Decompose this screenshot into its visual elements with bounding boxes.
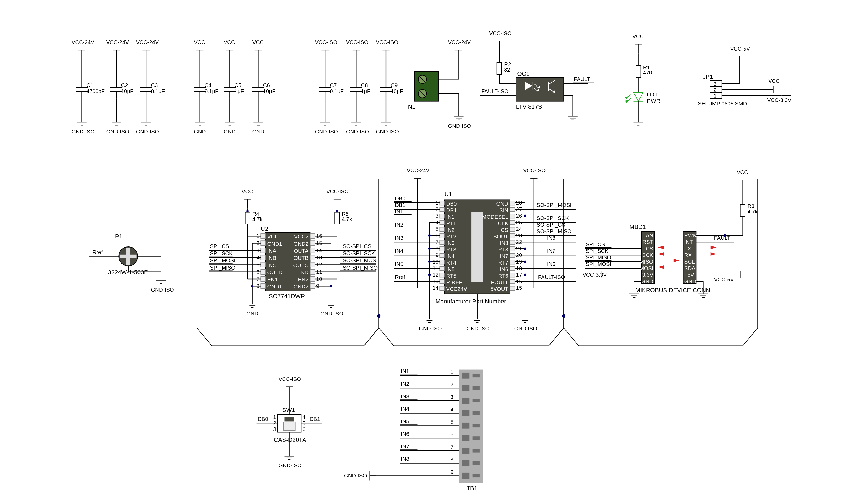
svg-text:C6: C6 xyxy=(263,82,270,88)
svg-text:GND-ISO: GND-ISO xyxy=(315,129,338,134)
svg-text:C5: C5 xyxy=(235,82,241,88)
cap-c2: VCC-24V C2 10µF GND-ISO xyxy=(106,39,133,134)
svg-text:IN3: IN3 xyxy=(401,393,409,399)
svg-text:GND: GND xyxy=(684,278,696,284)
svg-text:DB0: DB0 xyxy=(446,201,457,207)
svg-text:EN2: EN2 xyxy=(298,277,309,282)
svg-text:5VOUT: 5VOUT xyxy=(491,286,509,292)
svg-rect-293 xyxy=(440,227,444,231)
svg-text:MIKROBUS DEVICE CONN: MIKROBUS DEVICE CONN xyxy=(635,287,710,293)
svg-text:SDA: SDA xyxy=(684,265,695,271)
svg-rect-67 xyxy=(414,72,439,101)
svg-text:FAULT-ISO: FAULT-ISO xyxy=(538,274,565,280)
svg-text:GND: GND xyxy=(194,129,206,134)
svg-text:ISO-SPI_SCK: ISO-SPI_SCK xyxy=(341,250,375,256)
svg-rect-159 xyxy=(261,277,265,281)
svg-text:VCC-24V: VCC-24V xyxy=(106,39,129,45)
svg-text:P1: P1 xyxy=(115,233,123,240)
svg-text:DB1: DB1 xyxy=(395,202,405,208)
svg-text:VCC-ISO: VCC-ISO xyxy=(279,376,301,382)
svg-text:3: 3 xyxy=(450,394,453,400)
svg-rect-503 xyxy=(462,398,469,403)
svg-point-389 xyxy=(524,274,526,276)
svg-text:IN5: IN5 xyxy=(401,418,409,424)
svg-text:DB1: DB1 xyxy=(446,207,457,213)
svg-text:VCC: VCC xyxy=(253,39,264,45)
svg-text:4.7k: 4.7k xyxy=(342,216,352,222)
cap-c9: VCC-ISO C9 10µF GND-ISO xyxy=(376,39,403,134)
svg-text:VCC-ISO: VCC-ISO xyxy=(523,167,546,173)
svg-text:MOSI: MOSI xyxy=(640,265,653,271)
svg-marker-111 xyxy=(633,92,643,101)
svg-text:GND: GND xyxy=(224,129,236,134)
svg-rect-299 xyxy=(440,247,444,251)
svg-marker-444 xyxy=(710,246,717,249)
svg-text:VCC-3.3V: VCC-3.3V xyxy=(583,272,607,278)
svg-point-206 xyxy=(246,210,249,212)
svg-text:RT1: RT1 xyxy=(446,220,456,226)
svg-text:GND-ISO: GND-ISO xyxy=(136,129,159,134)
svg-rect-515 xyxy=(462,473,469,479)
svg-text:EN1: EN1 xyxy=(267,277,278,282)
svg-text:0.1µF: 0.1µF xyxy=(205,88,219,94)
svg-text:TX: TX xyxy=(684,245,691,251)
svg-rect-508 xyxy=(473,424,480,428)
svg-text:4: 4 xyxy=(450,406,453,413)
svg-text:IND: IND xyxy=(299,269,308,275)
svg-text:ISO-SPI_MOSI: ISO-SPI_MOSI xyxy=(535,202,572,208)
svg-text:SPI_CS: SPI_CS xyxy=(586,241,605,248)
svg-text:IN2: IN2 xyxy=(446,227,455,233)
svg-text:SPI_MISO: SPI_MISO xyxy=(586,254,611,261)
svg-text:1: 1 xyxy=(273,414,276,420)
svg-rect-301 xyxy=(440,253,444,258)
svg-text:C2: C2 xyxy=(121,82,128,88)
svg-text:VCC: VCC xyxy=(632,33,644,39)
svg-text:INT: INT xyxy=(684,239,693,245)
svg-text:6: 6 xyxy=(450,431,453,437)
svg-rect-499 xyxy=(462,373,469,379)
svg-rect-303 xyxy=(440,260,444,264)
svg-text:IN2: IN2 xyxy=(395,222,403,228)
svg-text:IN4: IN4 xyxy=(395,248,403,254)
svg-text:C3: C3 xyxy=(151,82,158,88)
svg-marker-445 xyxy=(710,252,717,256)
svg-text:OUTA: OUTA xyxy=(294,248,309,254)
svg-text:GND: GND xyxy=(641,278,653,284)
svg-text:10µF: 10µF xyxy=(121,88,133,94)
terminal-block-tb1: TB1 1IN1 2IN2 3IN3 4IN4 5IN5 6IN6 7IN7 8… xyxy=(344,368,483,491)
svg-rect-505 xyxy=(462,410,469,416)
svg-text:1: 1 xyxy=(450,369,453,375)
svg-text:8: 8 xyxy=(450,456,453,462)
svg-text:VCC24V: VCC24V xyxy=(446,286,467,292)
potentiometer-p1: P1 3224W-1-503E Rref GND-ISO xyxy=(90,233,174,292)
svg-text:GND2: GND2 xyxy=(294,241,309,247)
svg-rect-319 xyxy=(510,221,515,225)
svg-rect-480 xyxy=(283,422,295,431)
svg-text:IN6: IN6 xyxy=(500,266,508,272)
mikrobus: MBD1 MIKROBUS DEVICE CONN AN RST CS SCK … xyxy=(583,169,758,298)
svg-text:GND-ISO: GND-ISO xyxy=(419,325,442,331)
svg-text:GND: GND xyxy=(496,201,508,207)
svg-text:IN8: IN8 xyxy=(401,456,409,462)
svg-text:GND: GND xyxy=(253,129,264,134)
cap-c1: VCC-24V C1 4700pF GND-ISO xyxy=(72,39,105,134)
svg-text:FAULT: FAULT xyxy=(714,235,731,241)
svg-rect-500 xyxy=(473,374,480,377)
svg-text:SOUT: SOUT xyxy=(493,233,508,240)
svg-text:IN8: IN8 xyxy=(500,240,508,246)
svg-text:VCC-ISO: VCC-ISO xyxy=(376,39,398,45)
svg-rect-153 xyxy=(261,234,265,238)
svg-text:ISO-SPI_CS: ISO-SPI_CS xyxy=(341,243,371,249)
svg-text:DB0: DB0 xyxy=(258,416,268,422)
svg-text:IN4: IN4 xyxy=(446,253,455,259)
svg-text:OC1: OC1 xyxy=(517,70,530,77)
svg-point-387 xyxy=(524,248,526,250)
svg-rect-329 xyxy=(510,253,515,258)
svg-text:FAULT-ISO: FAULT-ISO xyxy=(481,88,509,94)
svg-text:GND-ISO: GND-ISO xyxy=(72,129,95,134)
svg-text:5: 5 xyxy=(450,419,453,425)
svg-text:3: 3 xyxy=(273,426,276,432)
svg-text:1: 1 xyxy=(714,93,716,99)
svg-text:7: 7 xyxy=(450,444,453,450)
svg-text:C8: C8 xyxy=(361,82,368,88)
